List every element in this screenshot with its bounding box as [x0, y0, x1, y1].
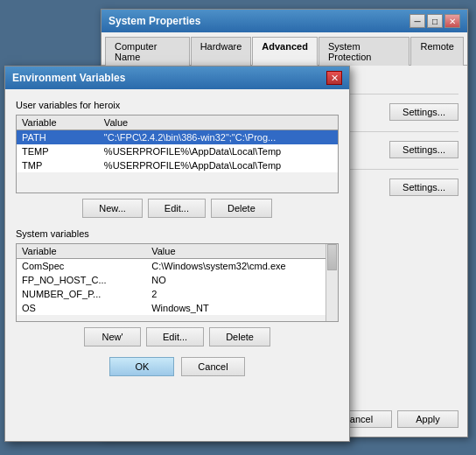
user-table-wrap: Variable Value PATH "C:\FPC\2.4.2\bin\38…: [16, 115, 339, 193]
sys-delete-button[interactable]: Delete: [209, 327, 270, 346]
sys-var-name-1: ComSpec: [17, 259, 146, 274]
sys-var-value-1: C:\Windows\system32\cmd.exe: [146, 259, 326, 274]
user-var-name-1: PATH: [17, 130, 99, 145]
user-section-title: User variables for heroix: [16, 100, 339, 110]
user-variables-table: Variable Value PATH "C:\FPC\2.4.2\bin\38…: [17, 116, 338, 172]
sys-var-value-4: Windows_NT: [146, 301, 326, 315]
user-edit-button[interactable]: Edit...: [148, 199, 206, 218]
system-props-titlebar: System Properties ─ □ ✕: [102, 10, 467, 32]
table-row[interactable]: PATH "C:\FPC\2.4.2\bin\386-win32";"C:\Pr…: [17, 130, 338, 145]
table-row[interactable]: NUMBER_OF_P... 2: [17, 287, 326, 301]
tab-advanced[interactable]: Advanced: [252, 37, 318, 66]
dialog-cancel-button[interactable]: Cancel: [181, 357, 244, 376]
table-row[interactable]: FP_NO_HOST_C... NO: [17, 273, 326, 287]
ok-cancel-row: OK Cancel: [16, 357, 339, 376]
env-close-button[interactable]: ✕: [326, 71, 342, 85]
titlebar-buttons: ─ □ ✕: [410, 14, 460, 28]
tab-hardware[interactable]: Hardware: [191, 37, 252, 66]
user-var-name-2: TEMP: [17, 144, 99, 158]
ok-button[interactable]: OK: [109, 357, 174, 376]
sys-col-value: Value: [146, 244, 326, 259]
tab-computer-name[interactable]: Computer Name: [105, 37, 190, 66]
sys-btn-row: New' Edit... Delete: [16, 327, 339, 346]
user-var-value-3: %USERPROFILE%\AppData\Local\Temp: [99, 158, 338, 172]
sys-var-name-4: OS: [17, 301, 146, 315]
sys-variables-table: Variable Value ComSpec C:\Windows\system…: [17, 244, 326, 315]
sys-new-button[interactable]: New': [84, 327, 141, 346]
close-button[interactable]: ✕: [444, 14, 460, 28]
sys-var-value-2: NO: [146, 273, 326, 287]
sys-var-name-2: FP_NO_HOST_C...: [17, 273, 146, 287]
user-btn-row: New... Edit... Delete: [16, 199, 339, 218]
scrollbar-thumb[interactable]: [327, 244, 337, 270]
tabs-bar: Computer Name Hardware Advanced System P…: [102, 32, 467, 66]
user-delete-button[interactable]: Delete: [211, 199, 272, 218]
tab-system-protection[interactable]: System Protection: [318, 37, 410, 66]
apply-button[interactable]: Apply: [397, 410, 458, 428]
table-row[interactable]: TEMP %USERPROFILE%\AppData\Local\Temp: [17, 144, 338, 158]
sys-var-value-3: 2: [146, 287, 326, 301]
user-col-variable: Variable: [17, 116, 99, 130]
sys-edit-button[interactable]: Edit...: [146, 327, 204, 346]
user-var-value-2: %USERPROFILE%\AppData\Local\Temp: [99, 144, 338, 158]
maximize-button[interactable]: □: [427, 14, 443, 28]
sys-table-wrap: Variable Value ComSpec C:\Windows\system…: [16, 243, 339, 322]
env-title: Environment Variables: [12, 72, 125, 84]
system-props-title: System Properties: [108, 15, 200, 27]
settings-button-2[interactable]: Settings...: [389, 141, 458, 158]
env-titlebar: Environment Variables ✕: [5, 66, 349, 89]
user-new-button[interactable]: New...: [82, 199, 143, 218]
sys-col-variable: Variable: [17, 244, 146, 259]
env-body: User variables for heroix Variable Value…: [5, 89, 349, 387]
settings-button-1[interactable]: Settings...: [389, 103, 458, 121]
tab-remote[interactable]: Remote: [410, 37, 464, 66]
sys-var-name-3: NUMBER_OF_P...: [17, 287, 146, 301]
user-var-value-1: "C:\FPC\2.4.2\bin\386-win32";"C:\Prog...: [99, 130, 338, 145]
table-row[interactable]: OS Windows_NT: [17, 301, 326, 315]
user-col-value: Value: [99, 116, 338, 130]
minimize-button[interactable]: ─: [410, 14, 425, 28]
user-var-name-3: TMP: [17, 158, 99, 172]
table-row[interactable]: TMP %USERPROFILE%\AppData\Local\Temp: [17, 158, 338, 172]
table-row[interactable]: ComSpec C:\Windows\system32\cmd.exe: [17, 259, 326, 274]
env-variables-button[interactable]: Settings...: [389, 178, 458, 196]
env-variables-dialog: Environment Variables ✕ User variables f…: [4, 66, 350, 442]
sys-section-title: System variables: [16, 228, 339, 239]
scrollbar-vertical[interactable]: [326, 244, 338, 321]
